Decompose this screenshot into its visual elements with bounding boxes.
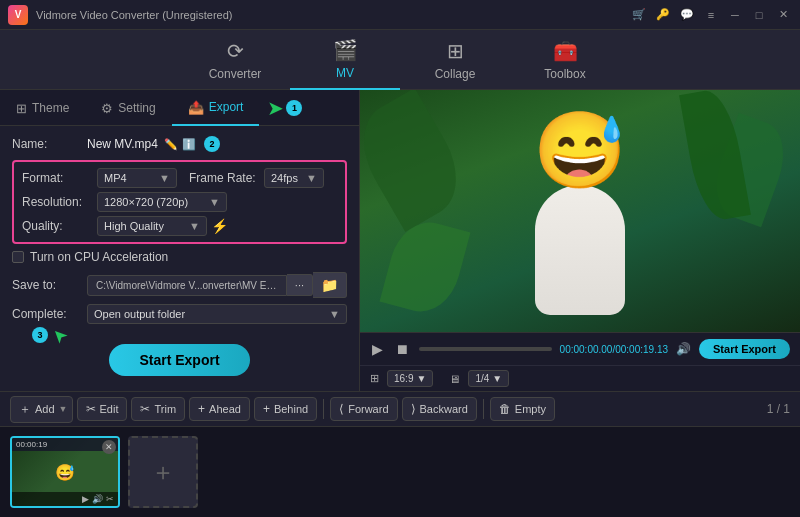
backward-label: Backward (420, 403, 468, 415)
complete-label: Complete: (12, 307, 87, 321)
resolution-row: Resolution: 1280×720 (720p) ▼ (22, 192, 337, 212)
trash-icon: 🗑 (499, 402, 511, 416)
close-button[interactable]: ✕ (774, 8, 792, 22)
stop-button[interactable]: ⏹ (393, 339, 411, 359)
complete-select[interactable]: Open output folder ▼ (87, 304, 347, 324)
play-small-icon: ▶ (82, 494, 89, 504)
behind-icon: + (263, 402, 270, 416)
setting-tab-label: Setting (118, 101, 155, 115)
count-value: 1/4 (475, 373, 489, 384)
forward-label: Forward (348, 403, 388, 415)
main-content: ⊞ Theme ⚙ Setting 📤 Export ➤ 1 Name: New (0, 90, 800, 391)
ahead-label: Ahead (209, 403, 241, 415)
cpu-checkbox[interactable] (12, 251, 24, 263)
video-subject: 😅 (533, 107, 627, 315)
lightning-icon: ⚡ (211, 218, 228, 234)
maximize-button[interactable]: □ (750, 8, 768, 22)
add-icon: ＋ (19, 401, 31, 418)
trim-button[interactable]: ✂ Trim (131, 397, 185, 421)
behind-label: Behind (274, 403, 308, 415)
left-panel: ⊞ Theme ⚙ Setting 📤 Export ➤ 1 Name: New (0, 90, 360, 391)
name-label: Name: (12, 137, 87, 151)
format-select[interactable]: MP4 ▼ (97, 168, 177, 188)
edit-icons: ✏️ ℹ️ (164, 138, 196, 151)
toolbox-icon: 🧰 (553, 39, 578, 63)
separator-2 (483, 399, 484, 419)
forward-icon: ⟨ (339, 402, 344, 416)
ratio-dropdown-arrow: ▼ (416, 373, 426, 384)
play-button[interactable]: ▶ (370, 339, 385, 359)
setting-icon: ⚙ (101, 101, 113, 116)
tab-mv[interactable]: 🎬 MV (290, 30, 400, 90)
behind-button[interactable]: + Behind (254, 397, 317, 421)
start-export-right-button[interactable]: Start Export (699, 339, 790, 359)
export-arrow-annotation: ➤ 1 (267, 90, 302, 125)
empty-label: Empty (515, 403, 546, 415)
forward-button[interactable]: ⟨ Forward (330, 397, 397, 421)
cut-small-icon: ✂ (106, 494, 114, 504)
badge-1: 1 (286, 100, 302, 116)
cart-icon[interactable]: 🛒 (630, 8, 648, 22)
converter-tab-label: Converter (209, 67, 262, 81)
add-button[interactable]: ＋ Add ▼ (10, 396, 73, 423)
quality-row: Quality: High Quality ▼ ⚡ (22, 216, 337, 236)
chat-icon[interactable]: 💬 (678, 8, 696, 22)
save-path-dots-button[interactable]: ··· (287, 274, 313, 296)
edit-icon: ✂ (86, 402, 96, 416)
count-dropdown-arrow: ▼ (492, 373, 502, 384)
start-export-button[interactable]: Start Export (109, 344, 249, 376)
complete-dropdown-arrow: ▼ (329, 308, 340, 320)
quality-label: Quality: (22, 219, 97, 233)
nav-tabs: ⟳ Converter 🎬 MV ⊞ Collage 🧰 Toolbox (0, 30, 800, 90)
edit-pencil-icon[interactable]: ✏️ (164, 138, 178, 151)
subtab-export[interactable]: 📤 Export (172, 90, 260, 126)
time-total: 00:00:19.13 (615, 344, 668, 355)
framerate-select[interactable]: 24fps ▼ (264, 168, 324, 188)
video-preview: 😅 (360, 90, 800, 332)
quality-select[interactable]: High Quality ▼ (97, 216, 207, 236)
ahead-button[interactable]: + Ahead (189, 397, 250, 421)
tab-converter[interactable]: ⟳ Converter (180, 30, 290, 90)
page-counter: 1 / 1 (767, 402, 790, 416)
folder-browse-button[interactable]: 📁 (313, 272, 347, 298)
sound-small-icon: 🔊 (92, 494, 103, 504)
add-dropdown-arrow: ▼ (59, 404, 68, 414)
backward-button[interactable]: ⟩ Backward (402, 397, 477, 421)
empty-button[interactable]: 🗑 Empty (490, 397, 555, 421)
window-controls: 🛒 🔑 💬 ≡ ─ □ ✕ (630, 8, 792, 22)
resolution-select[interactable]: 1280×720 (720p) ▼ (97, 192, 227, 212)
badge-3-container: 3 ➤ (32, 324, 67, 346)
emoji-face: 😅 (533, 107, 627, 195)
subtab-setting[interactable]: ⚙ Setting (85, 90, 171, 126)
export-panel: Name: New MV.mp4 ✏️ ℹ️ 2 Format: MP4 ▼ F… (0, 126, 359, 396)
count-select[interactable]: 1/4 ▼ (468, 370, 509, 387)
timeline-add-button[interactable]: ＋ (128, 436, 198, 508)
progress-bar[interactable] (419, 347, 552, 351)
framerate-label: Frame Rate: (189, 171, 264, 185)
export-icon: 📤 (188, 100, 204, 115)
complete-value: Open output folder (94, 308, 185, 320)
info-icon[interactable]: ℹ️ (182, 138, 196, 151)
start-export-container: 3 ➤ Start Export (12, 334, 347, 386)
timeline-add-icon: ＋ (151, 456, 175, 488)
timeline-close-button[interactable]: ✕ (102, 440, 116, 454)
tab-collage[interactable]: ⊞ Collage (400, 30, 510, 90)
subtab-theme[interactable]: ⊞ Theme (0, 90, 85, 126)
timeline-bottom: ▶ 🔊 ✂ (12, 492, 118, 506)
edit-button[interactable]: ✂ Edit (77, 397, 128, 421)
split-icon: ⊞ (370, 372, 379, 385)
tab-toolbox[interactable]: 🧰 Toolbox (510, 30, 620, 90)
ratio-select[interactable]: 16:9 ▼ (387, 370, 433, 387)
menu-icon[interactable]: ≡ (702, 8, 720, 22)
timeline-item-1: 00:00:19 😅 ✕ ▶ 🔊 ✂ (10, 436, 120, 508)
ratio-value: 16:9 (394, 373, 413, 384)
minimize-button[interactable]: ─ (726, 8, 744, 22)
titlebar: V Vidmore Video Converter (Unregistered)… (0, 0, 800, 30)
toolbox-tab-label: Toolbox (544, 67, 585, 81)
resolution-dropdown-arrow: ▼ (209, 196, 220, 208)
framerate-value: 24fps (271, 172, 298, 184)
volume-icon[interactable]: 🔊 (676, 342, 691, 356)
add-label: Add (35, 403, 55, 415)
save-to-row: Save to: C:\Vidmore\Vidmore V...onverter… (12, 272, 347, 298)
key-icon[interactable]: 🔑 (654, 8, 672, 22)
